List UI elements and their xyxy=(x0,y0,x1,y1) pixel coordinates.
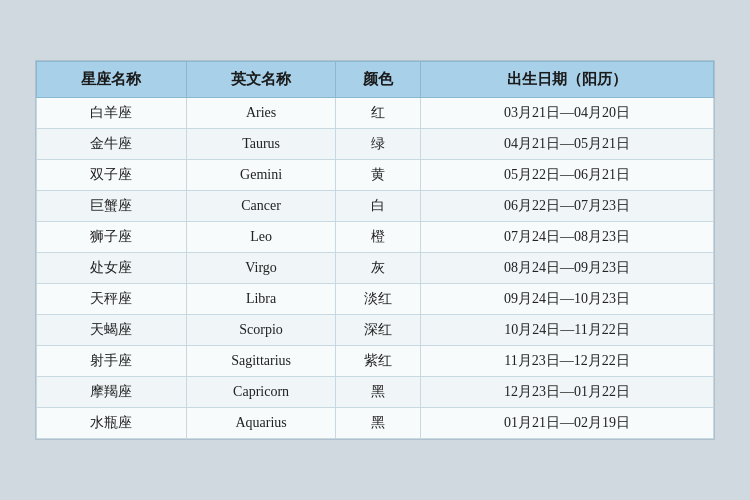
table-row: 摩羯座Capricorn黑12月23日—01月22日 xyxy=(37,377,714,408)
table-row: 天秤座Libra淡红09月24日—10月23日 xyxy=(37,284,714,315)
cell-color: 灰 xyxy=(336,253,421,284)
cell-color: 红 xyxy=(336,98,421,129)
cell-en-name: Leo xyxy=(186,222,336,253)
table-row: 处女座Virgo灰08月24日—09月23日 xyxy=(37,253,714,284)
cell-cn-name: 射手座 xyxy=(37,346,187,377)
cell-cn-name: 摩羯座 xyxy=(37,377,187,408)
cell-dates: 01月21日—02月19日 xyxy=(421,408,714,439)
cell-cn-name: 处女座 xyxy=(37,253,187,284)
table-row: 水瓶座Aquarius黑01月21日—02月19日 xyxy=(37,408,714,439)
cell-dates: 04月21日—05月21日 xyxy=(421,129,714,160)
table-body: 白羊座Aries红03月21日—04月20日金牛座Taurus绿04月21日—0… xyxy=(37,98,714,439)
cell-en-name: Libra xyxy=(186,284,336,315)
table-row: 白羊座Aries红03月21日—04月20日 xyxy=(37,98,714,129)
table-row: 金牛座Taurus绿04月21日—05月21日 xyxy=(37,129,714,160)
cell-cn-name: 天秤座 xyxy=(37,284,187,315)
cell-en-name: Sagittarius xyxy=(186,346,336,377)
cell-dates: 10月24日—11月22日 xyxy=(421,315,714,346)
cell-cn-name: 天蝎座 xyxy=(37,315,187,346)
cell-color: 白 xyxy=(336,191,421,222)
cell-color: 黑 xyxy=(336,377,421,408)
header-en-name: 英文名称 xyxy=(186,62,336,98)
header-dates: 出生日期（阳历） xyxy=(421,62,714,98)
zodiac-table: 星座名称 英文名称 颜色 出生日期（阳历） 白羊座Aries红03月21日—04… xyxy=(36,61,714,439)
cell-en-name: Gemini xyxy=(186,160,336,191)
table-row: 双子座Gemini黄05月22日—06月21日 xyxy=(37,160,714,191)
cell-dates: 08月24日—09月23日 xyxy=(421,253,714,284)
cell-cn-name: 水瓶座 xyxy=(37,408,187,439)
cell-en-name: Scorpio xyxy=(186,315,336,346)
cell-dates: 12月23日—01月22日 xyxy=(421,377,714,408)
header-color: 颜色 xyxy=(336,62,421,98)
cell-color: 橙 xyxy=(336,222,421,253)
cell-dates: 09月24日—10月23日 xyxy=(421,284,714,315)
header-cn-name: 星座名称 xyxy=(37,62,187,98)
cell-cn-name: 双子座 xyxy=(37,160,187,191)
cell-color: 黑 xyxy=(336,408,421,439)
cell-cn-name: 金牛座 xyxy=(37,129,187,160)
cell-en-name: Taurus xyxy=(186,129,336,160)
cell-dates: 06月22日—07月23日 xyxy=(421,191,714,222)
cell-dates: 05月22日—06月21日 xyxy=(421,160,714,191)
cell-en-name: Aquarius xyxy=(186,408,336,439)
cell-dates: 03月21日—04月20日 xyxy=(421,98,714,129)
table-row: 天蝎座Scorpio深红10月24日—11月22日 xyxy=(37,315,714,346)
cell-en-name: Aries xyxy=(186,98,336,129)
cell-color: 紫红 xyxy=(336,346,421,377)
table-header-row: 星座名称 英文名称 颜色 出生日期（阳历） xyxy=(37,62,714,98)
cell-color: 黄 xyxy=(336,160,421,191)
cell-cn-name: 狮子座 xyxy=(37,222,187,253)
cell-dates: 11月23日—12月22日 xyxy=(421,346,714,377)
table-row: 射手座Sagittarius紫红11月23日—12月22日 xyxy=(37,346,714,377)
cell-color: 绿 xyxy=(336,129,421,160)
cell-dates: 07月24日—08月23日 xyxy=(421,222,714,253)
table-row: 巨蟹座Cancer白06月22日—07月23日 xyxy=(37,191,714,222)
cell-en-name: Virgo xyxy=(186,253,336,284)
cell-color: 深红 xyxy=(336,315,421,346)
cell-color: 淡红 xyxy=(336,284,421,315)
cell-cn-name: 白羊座 xyxy=(37,98,187,129)
zodiac-table-container: 星座名称 英文名称 颜色 出生日期（阳历） 白羊座Aries红03月21日—04… xyxy=(35,60,715,440)
cell-cn-name: 巨蟹座 xyxy=(37,191,187,222)
cell-en-name: Capricorn xyxy=(186,377,336,408)
table-row: 狮子座Leo橙07月24日—08月23日 xyxy=(37,222,714,253)
cell-en-name: Cancer xyxy=(186,191,336,222)
